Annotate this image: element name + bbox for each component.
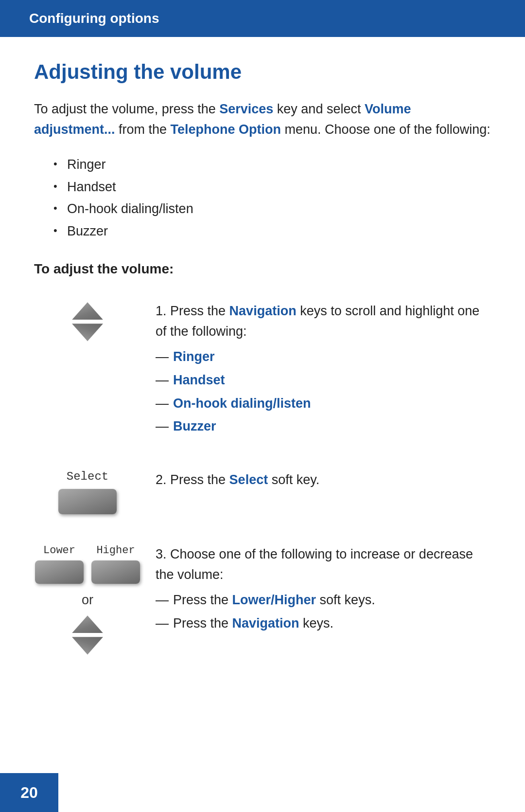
intro-part4: menu. Choose one of the following: — [281, 122, 490, 137]
nav-keys-icon-2 — [68, 614, 107, 655]
header-bar: Configuring options — [0, 0, 525, 37]
step-heading: To adjust the volume: — [34, 261, 491, 277]
step-3-sub-list: — Press the Lower/Higher soft keys. — Pr… — [156, 590, 491, 634]
step-row-3: Lower Higher or 3. Choose one of the fol — [34, 540, 491, 655]
select-key-group: Select — [58, 470, 117, 514]
lh-label-row: Lower Higher — [35, 544, 140, 557]
footer-page-box: 20 — [0, 773, 58, 812]
sub-list-item: — Press the Lower/Higher soft keys. — [156, 590, 491, 611]
intro-part3: from the — [115, 122, 171, 137]
lower-higher-link: Lower/Higher — [232, 593, 316, 607]
step-1-content: 1. Press the Navigation keys to scroll a… — [156, 296, 491, 440]
step-2-image: Select — [34, 465, 141, 514]
lower-key-icon — [35, 560, 84, 584]
sub-list-item: —On-hook dialing/listen — [156, 394, 491, 414]
page-content: Adjusting the volume To adjust the volum… — [0, 37, 525, 720]
step-1-nav-link: Navigation — [229, 304, 297, 318]
list-item: Handset — [53, 176, 491, 198]
step-3-number: 3. — [156, 547, 167, 561]
sub-item-onhook: On-hook dialing/listen — [173, 394, 311, 414]
sub-item-buzzer: Buzzer — [173, 416, 216, 437]
list-item: Ringer — [53, 154, 491, 176]
page-title: Adjusting the volume — [34, 60, 491, 84]
intro-part1: To adjust the volume, press the — [34, 102, 219, 116]
lh-button-row — [35, 560, 140, 584]
step-2-content: 2. Press the Select soft key. — [156, 465, 491, 490]
nav-key-up-icon — [68, 301, 107, 320]
sub-list-item: — Press the Navigation keys. — [156, 614, 491, 634]
step-row-1: 1. Press the Navigation keys to scroll a… — [34, 296, 491, 440]
step-1-text-part1: Press the — [170, 304, 229, 318]
nav-key-down-icon — [68, 324, 107, 342]
step-1-image — [34, 296, 141, 342]
nav-keys-icon — [68, 301, 107, 342]
step-2-text-part1: Press the — [170, 472, 229, 487]
step-2-number: 2. — [156, 472, 167, 487]
step-3-content: 3. Choose one of the following to increa… — [156, 540, 491, 636]
step-3-image: Lower Higher or — [34, 540, 141, 655]
sub-list-item: —Buzzer — [156, 416, 491, 437]
page-number: 20 — [20, 784, 38, 802]
step-row-2: Select 2. Press the Select soft key. — [34, 465, 491, 514]
step-3-sub2-part1: Press the — [173, 616, 232, 631]
header-title: Configuring options — [29, 11, 159, 26]
list-item: On-hook dialing/listen — [53, 198, 491, 220]
sub-list-item: —Ringer — [156, 347, 491, 367]
bullet-list: Ringer Handset On-hook dialing/listen Bu… — [53, 154, 491, 243]
lower-label: Lower — [35, 544, 84, 557]
step-3-sub1-part1: Press the — [173, 593, 232, 607]
footer: 20 — [0, 773, 525, 812]
sub-item-handset: Handset — [173, 370, 225, 391]
steps-area: 1. Press the Navigation keys to scroll a… — [34, 296, 491, 681]
intro-part2: key and select — [273, 102, 365, 116]
step-2-text-part2: soft key. — [268, 472, 319, 487]
select-key-label: Select — [67, 470, 108, 483]
higher-label: Higher — [91, 544, 140, 557]
nav-key-up-2-icon — [68, 614, 107, 633]
or-text: or — [82, 593, 93, 608]
step-1-sub-list: —Ringer —Handset —On-hook dialing/listen… — [156, 347, 491, 437]
step-3-sub1-part2: soft keys. — [316, 593, 375, 607]
higher-key-icon — [91, 560, 140, 584]
intro-paragraph: To adjust the volume, press the Services… — [34, 99, 491, 140]
sub-list-item: —Handset — [156, 370, 491, 391]
lower-higher-group: Lower Higher or — [35, 544, 140, 655]
step-3-text-part1: Choose one of the following to increase … — [156, 547, 473, 582]
step-1-number: 1. — [156, 304, 167, 318]
tel-option-link: Telephone Option — [171, 122, 281, 137]
step-3-sub2-part2: keys. — [299, 616, 334, 631]
services-key-link: Services — [219, 102, 273, 116]
list-item: Buzzer — [53, 220, 491, 243]
select-soft-key-icon — [58, 489, 117, 514]
step-2-select-link: Select — [229, 472, 268, 487]
sub-item-ringer: Ringer — [173, 347, 215, 367]
navigation-link: Navigation — [232, 616, 299, 631]
footer-white-space — [58, 773, 525, 812]
nav-key-down-2-icon — [68, 637, 107, 655]
